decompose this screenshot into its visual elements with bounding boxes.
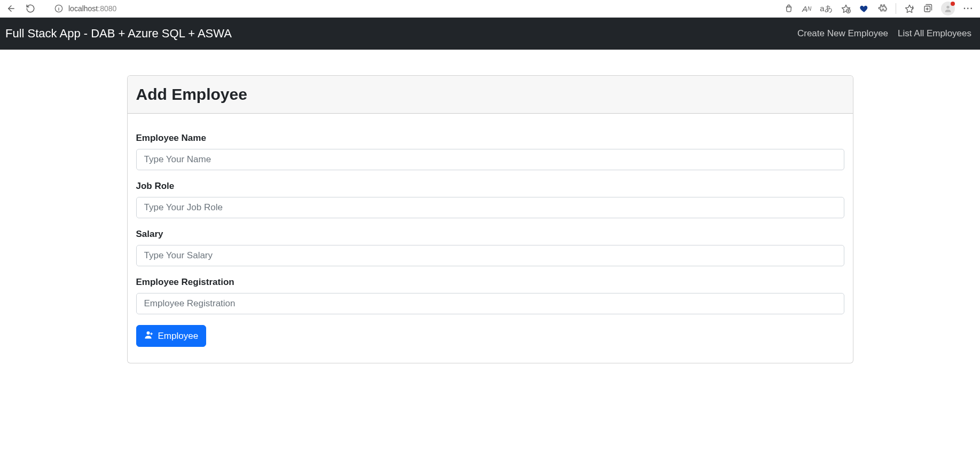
employee-name-input[interactable] xyxy=(136,149,844,170)
employee-registration-input[interactable] xyxy=(136,293,844,314)
add-employee-button-label: Employee xyxy=(158,331,199,342)
job-role-label: Job Role xyxy=(136,181,844,192)
favorites-add-icon[interactable] xyxy=(841,4,851,13)
svg-marker-7 xyxy=(905,5,913,12)
favorites-icon[interactable] xyxy=(905,4,914,13)
person-plus-icon xyxy=(144,330,154,342)
add-employee-button[interactable]: Employee xyxy=(136,325,207,347)
address-bar[interactable]: localhost:8080 xyxy=(47,1,777,16)
salary-label: Salary xyxy=(136,229,844,240)
nav-link-create-employee[interactable]: Create New Employee xyxy=(797,28,888,39)
divider xyxy=(896,3,896,14)
employee-registration-label: Employee Registration xyxy=(136,277,844,288)
job-role-input[interactable] xyxy=(136,197,844,218)
refresh-icon[interactable] xyxy=(26,4,35,13)
nav-link-list-employees[interactable]: List All Employees xyxy=(898,28,971,39)
page-title: Add Employee xyxy=(136,85,844,104)
add-employee-card: Add Employee Employee Name Job Role Sala… xyxy=(127,75,853,363)
profile-avatar[interactable] xyxy=(941,2,955,15)
collections-icon[interactable] xyxy=(923,4,932,13)
salary-input[interactable] xyxy=(136,245,844,266)
site-info-icon[interactable] xyxy=(54,4,63,13)
wellbeing-icon[interactable] xyxy=(859,4,869,13)
shopping-icon[interactable] xyxy=(784,4,794,13)
navbar-brand[interactable]: Full Stack App - DAB + Azure SQL + ASWA xyxy=(4,27,232,41)
translate-icon[interactable]: aあ xyxy=(820,4,832,14)
back-icon[interactable] xyxy=(6,4,16,13)
read-aloud-icon[interactable]: AN xyxy=(802,4,811,13)
browser-toolbar: localhost:8080 AN aあ ··· xyxy=(0,0,980,18)
address-text: localhost:8080 xyxy=(68,4,116,13)
card-header: Add Employee xyxy=(128,76,853,114)
app-navbar: Full Stack App - DAB + Azure SQL + ASWA … xyxy=(0,18,980,50)
svg-point-2 xyxy=(59,7,59,7)
extensions-icon[interactable] xyxy=(877,4,887,13)
employee-name-label: Employee Name xyxy=(136,133,844,144)
svg-point-13 xyxy=(946,6,949,9)
more-icon[interactable]: ··· xyxy=(963,4,974,13)
